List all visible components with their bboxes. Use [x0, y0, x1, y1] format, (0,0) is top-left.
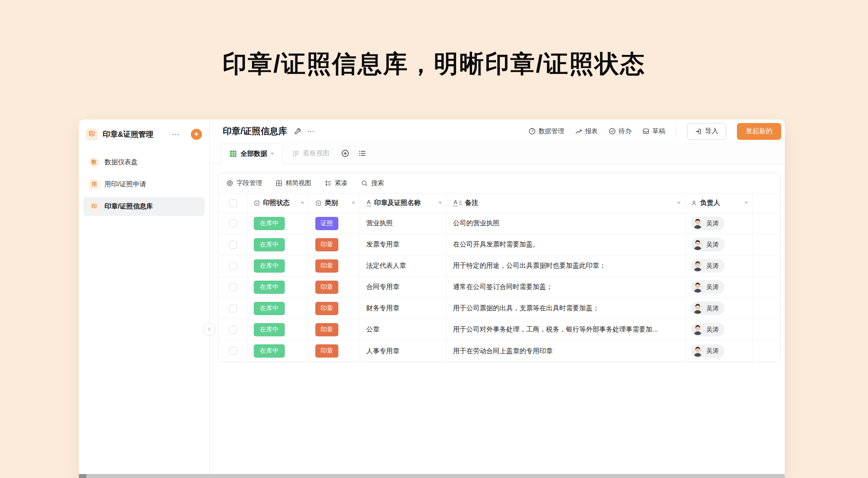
nav-reports[interactable]: 报表	[575, 127, 598, 135]
owner-chip[interactable]: 吴涛	[691, 280, 725, 294]
table-row[interactable]: 在库中 印章 公章 用于公司对外事务处理，工商，税务，银行等外部事务处理事需要加…	[218, 319, 780, 340]
caret-down-icon[interactable]	[352, 202, 355, 204]
column-header-category[interactable]: 类别	[309, 193, 360, 212]
import-button[interactable]: 导入	[687, 123, 726, 140]
category-cell[interactable]: 印章	[309, 255, 360, 276]
sidebar-item-label: 用印/证照申请	[105, 180, 146, 189]
note-cell[interactable]: 用于在劳动合同上盖章的专用印章	[447, 340, 686, 362]
owner-cell[interactable]: 吴涛	[686, 277, 753, 297]
caret-down-icon[interactable]	[301, 202, 304, 204]
sidebar-item-dashboard[interactable]: 数 数据仪表盘	[83, 153, 205, 172]
name-cell[interactable]: 公章	[360, 319, 447, 340]
owner-cell[interactable]: 吴涛	[686, 213, 753, 234]
table-container: 字段管理 精简视图 紧凑 搜索	[218, 173, 781, 362]
row-checkbox[interactable]	[229, 347, 237, 355]
collapse-sidebar-button[interactable]	[203, 323, 216, 335]
caret-down-icon[interactable]	[744, 202, 748, 204]
table-row[interactable]: 在库中 印章 法定代表人章 用于特定的用途，公司出具票据时也要加盖此印章；	[218, 255, 780, 277]
status-cell[interactable]: 在库中	[248, 277, 309, 297]
tab-all-data[interactable]: 全部数据	[221, 143, 283, 164]
row-checkbox[interactable]	[229, 241, 237, 249]
status-cell[interactable]: 在库中	[248, 234, 309, 255]
owner-cell[interactable]: 吴涛	[686, 340, 753, 362]
table-row[interactable]: 在库中 印章 人事专用章 用于在劳动合同上盖章的专用印章 吴涛	[218, 340, 780, 362]
status-badge: 在库中	[254, 302, 285, 315]
column-header-name[interactable]: A 印章及证照名称	[360, 193, 447, 212]
apply-badge-icon: 用	[89, 179, 99, 189]
caret-down-icon[interactable]	[677, 202, 681, 204]
name-cell[interactable]: 人事专用章	[360, 340, 447, 362]
row-checkbox[interactable]	[229, 283, 237, 291]
owner-cell[interactable]: 吴涛	[686, 255, 753, 276]
table-row[interactable]: 在库中 印章 财务专用章 用于公司票据的出具，支票等在出具时需要加盖；	[218, 298, 780, 319]
category-badge: 印章	[315, 238, 338, 251]
owner-name: 吴涛	[706, 326, 719, 334]
sidebar-item-seal-library[interactable]: 印 印章/证照信息库	[83, 197, 205, 216]
note-cell[interactable]: 用于公司票据的出具，支票等在出具时需要加盖；	[447, 298, 686, 319]
status-cell[interactable]: 在库中	[248, 340, 309, 362]
column-header-note[interactable]: A 备注	[447, 193, 686, 212]
name-cell[interactable]: 法定代表人章	[360, 255, 447, 276]
category-cell[interactable]: 印章	[309, 340, 360, 362]
header-more-icon[interactable]: ⋯	[307, 127, 315, 135]
owner-chip[interactable]: 吴涛	[691, 301, 725, 315]
more-icon[interactable]: ⋯	[172, 130, 180, 139]
status-cell[interactable]: 在库中	[248, 298, 309, 319]
row-height-button[interactable]: 紧凑	[325, 179, 348, 187]
horizontal-scrollbar[interactable]	[79, 474, 785, 478]
category-cell[interactable]: 印章	[309, 234, 360, 255]
name-cell[interactable]: 财务专用章	[360, 298, 447, 319]
name-cell[interactable]: 合同专用章	[360, 277, 447, 297]
table-row[interactable]: 在库中 证照 营业执照 公司的营业执照 吴涛	[218, 213, 780, 234]
select-all-checkbox[interactable]	[229, 199, 237, 207]
tab-kanban[interactable]: 看板视图	[283, 143, 339, 164]
name-cell[interactable]: 发票专用章	[360, 234, 447, 255]
category-cell[interactable]: 证照	[309, 213, 360, 234]
owner-chip[interactable]: 吴涛	[691, 323, 725, 336]
app-window: 印 印章&证照管理 ⋯ + 数 数据仪表盘 用 用印/证照申请 印 印章/证照信…	[79, 120, 785, 478]
nav-data-management[interactable]: 数据管理	[528, 127, 564, 135]
note-cell[interactable]: 在公司开具发票时需要加盖。	[447, 234, 686, 255]
column-header-owner[interactable]: 负责人	[686, 193, 753, 212]
row-checkbox[interactable]	[229, 262, 237, 270]
column-header-status[interactable]: 印照状态	[248, 193, 309, 212]
row-checkbox[interactable]	[229, 305, 237, 312]
sidebar-item-apply[interactable]: 用 用印/证照申请	[83, 175, 205, 194]
nav-todo[interactable]: 待办	[608, 127, 632, 135]
note-cell[interactable]: 通常在公司签订合同时需要加盖；	[447, 277, 686, 297]
extra-cell	[753, 319, 780, 340]
create-new-button[interactable]: 发起新的	[737, 123, 781, 140]
note-cell[interactable]: 用于特定的用途，公司出具票据时也要加盖此印章；	[447, 255, 686, 276]
status-cell[interactable]: 在库中	[248, 319, 309, 340]
owner-chip[interactable]: 吴涛	[691, 216, 725, 230]
name-cell[interactable]: 营业执照	[360, 213, 447, 234]
add-view-icon[interactable]	[341, 149, 349, 158]
row-checkbox[interactable]	[229, 220, 237, 227]
wrench-icon[interactable]	[294, 127, 301, 135]
search-button[interactable]: 搜索	[361, 179, 384, 187]
table-row[interactable]: 在库中 印章 合同专用章 通常在公司签订合同时需要加盖； 吴涛	[218, 277, 780, 298]
note-cell[interactable]: 公司的营业执照	[447, 213, 686, 234]
inbox-icon	[642, 127, 650, 135]
table-row[interactable]: 在库中 印章 发票专用章 在公司开具发票时需要加盖。 吴涛	[218, 234, 780, 255]
compact-view-button[interactable]: 精简视图	[275, 179, 311, 187]
owner-cell[interactable]: 吴涛	[686, 298, 753, 319]
add-icon[interactable]: +	[191, 129, 202, 140]
note-cell[interactable]: 用于公司对外事务处理，工商，税务，银行等外部事务处理事需要加...	[447, 319, 686, 340]
row-checkbox[interactable]	[229, 326, 237, 334]
owner-chip[interactable]: 吴涛	[691, 238, 725, 251]
owner-cell[interactable]: 吴涛	[686, 319, 753, 340]
category-cell[interactable]: 印章	[309, 319, 360, 340]
status-cell[interactable]: 在库中	[248, 255, 309, 276]
caret-down-icon[interactable]	[438, 202, 442, 204]
view-list-icon[interactable]	[358, 149, 367, 158]
owner-cell[interactable]: 吴涛	[686, 234, 753, 255]
category-cell[interactable]: 印章	[309, 298, 360, 319]
status-cell[interactable]: 在库中	[248, 213, 309, 234]
owner-chip[interactable]: 吴涛	[691, 344, 725, 358]
category-cell[interactable]: 印章	[309, 277, 360, 297]
nav-drafts[interactable]: 草稿	[642, 127, 665, 135]
owner-chip[interactable]: 吴涛	[691, 259, 725, 273]
field-manage-button[interactable]: 字段管理	[226, 179, 262, 187]
view-title: 印章/证照信息库	[223, 125, 287, 137]
